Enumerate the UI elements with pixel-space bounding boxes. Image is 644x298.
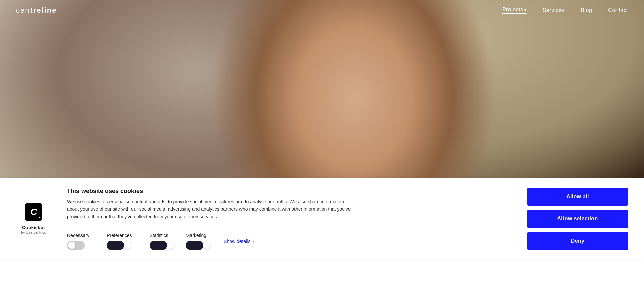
nav-contact[interactable]: Contact [608,7,628,13]
nav-blog[interactable]: Blog [581,7,592,13]
allow-selection-button[interactable]: Allow selection [527,210,628,228]
cookie-controls: Necessary Preferences Statistics [67,233,514,250]
cookie-logo-letter: C [30,207,37,217]
hero-section: centreline Projects Services Blog Contac… [0,0,644,178]
nav-links: Projects Services Blog Contact [502,7,628,14]
hero-background [0,0,644,178]
site-logo[interactable]: centreline [16,6,57,15]
cookiebot-sub: by Usercentrics [21,231,46,234]
cookie-content: This website uses cookies We use cookies… [67,188,514,250]
deny-button[interactable]: Deny [527,232,628,250]
cookie-action-buttons: Allow all Allow selection Deny [527,188,628,250]
show-details-chevron-icon: › [253,238,254,244]
marketing-toggle[interactable] [186,241,203,250]
preferences-toggle[interactable] [107,241,124,250]
cookie-logo-area: C Cookiebot by Usercentrics [13,188,54,250]
cookie-control-statistics: Statistics [150,233,168,250]
allow-all-button[interactable]: Allow all [527,188,628,206]
show-details-button[interactable]: Show details › [224,238,254,244]
nav-services[interactable]: Services [543,7,565,13]
necessary-label: Necessary [67,233,89,238]
cookie-banner: C Cookiebot by Usercentrics This website… [0,178,644,259]
statistics-toggle[interactable] [150,241,167,250]
necessary-toggle[interactable] [67,241,85,250]
preferences-label: Preferences [107,233,132,238]
cookie-title: This website uses cookies [67,188,514,195]
cookie-control-necessary: Necessary [67,233,89,250]
cookiebot-branding: Cookiebot by Usercentrics [21,225,46,234]
cookie-control-marketing: Marketing [186,233,206,250]
navigation: centreline Projects Services Blog Contac… [0,0,644,21]
statistics-label: Statistics [150,233,168,238]
cookiebot-name: Cookiebot [22,225,45,230]
marketing-label: Marketing [186,233,206,238]
nav-projects[interactable]: Projects [502,7,527,14]
cookie-control-preferences: Preferences [107,233,132,250]
cookie-c-logo: C [25,203,42,221]
show-details-label: Show details [224,239,250,244]
cookie-description: We use cookies to personalise content an… [67,198,356,220]
